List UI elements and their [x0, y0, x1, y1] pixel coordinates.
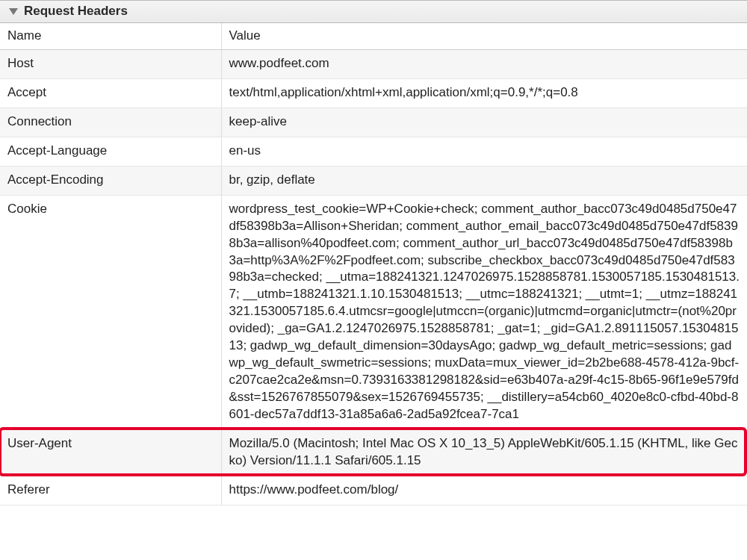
header-name-cell: User-Agent [0, 429, 221, 476]
table-row[interactable]: Connectionkeep-alive [0, 108, 747, 137]
header-name-cell: Host [0, 50, 221, 79]
table-wrap: Name Value Hostwww.podfeet.comAccepttext… [0, 23, 747, 505]
request-headers-panel: Request Headers Name Value Hostwww.podfe… [0, 0, 747, 505]
section-header[interactable]: Request Headers [0, 0, 747, 23]
header-value-cell: www.podfeet.com [221, 50, 747, 79]
header-value-cell: br, gzip, deflate [221, 166, 747, 195]
headers-table: Name Value Hostwww.podfeet.comAccepttext… [0, 23, 747, 505]
table-row[interactable]: Hostwww.podfeet.com [0, 50, 747, 79]
section-title: Request Headers [24, 4, 128, 19]
header-value-cell: keep-alive [221, 108, 747, 137]
table-row[interactable]: Accept-Encodingbr, gzip, deflate [0, 166, 747, 195]
disclosure-triangle-icon[interactable] [9, 8, 18, 15]
table-row[interactable]: Cookiewordpress_test_cookie=WP+Cookie+ch… [0, 195, 747, 429]
table-row[interactable]: Accepttext/html,application/xhtml+xml,ap… [0, 78, 747, 108]
header-value-cell: en-us [221, 137, 747, 166]
table-row[interactable]: Refererhttps://www.podfeet.com/blog/ [0, 476, 747, 505]
header-name-cell: Accept-Language [0, 137, 221, 166]
table-header-row: Name Value [0, 23, 747, 50]
header-value-cell: https://www.podfeet.com/blog/ [221, 476, 747, 505]
header-name-cell: Cookie [0, 195, 221, 429]
header-name-cell: Referer [0, 476, 221, 505]
header-value-cell: text/html,application/xhtml+xml,applicat… [221, 78, 747, 108]
header-name-cell: Accept [0, 78, 221, 108]
column-header-name[interactable]: Name [0, 23, 221, 50]
column-header-value[interactable]: Value [221, 23, 747, 50]
header-value-cell: Mozilla/5.0 (Macintosh; Intel Mac OS X 1… [221, 429, 747, 476]
header-name-cell: Connection [0, 108, 221, 137]
header-name-cell: Accept-Encoding [0, 166, 221, 195]
table-row[interactable]: User-AgentMozilla/5.0 (Macintosh; Intel … [0, 429, 747, 476]
table-row[interactable]: Accept-Languageen-us [0, 137, 747, 166]
header-value-cell: wordpress_test_cookie=WP+Cookie+check; c… [221, 195, 747, 429]
